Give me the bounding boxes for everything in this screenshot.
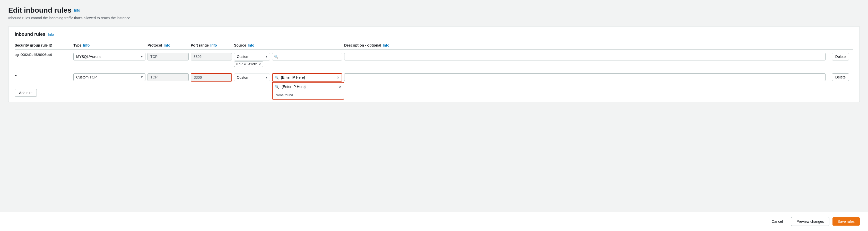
ip-tag-chip-1: 8.17.90.41/32 ✕: [234, 62, 264, 67]
source-search-input-2[interactable]: [273, 74, 342, 81]
save-rules-button[interactable]: Save rules: [833, 218, 860, 226]
type-cell-1: MYSQL/Aurora ▼: [73, 53, 146, 61]
source-type-select-1[interactable]: Custom: [234, 53, 270, 61]
source-type-select-2[interactable]: Custom: [234, 73, 270, 81]
dropdown-clear-icon-2[interactable]: ✕: [339, 85, 342, 89]
page-info-link[interactable]: Info: [74, 8, 80, 12]
rule-id-cell-2: –: [15, 73, 71, 77]
type-select-wrapper-1: MYSQL/Aurora ▼: [73, 53, 146, 61]
rule-id-cell: sgr-0082d2e4528905ed9: [15, 53, 71, 57]
protocol-cell-2: [148, 73, 189, 81]
type-info-link[interactable]: Info: [83, 43, 90, 47]
source-info-link[interactable]: Info: [248, 43, 254, 47]
source-cell-2: Custom ▼ 🔍 ✕: [234, 73, 342, 81]
col-description: Description - optional Info: [344, 43, 826, 47]
row2-source-area: 🔍 ✕ 🔍 ✕ None fo: [272, 73, 342, 81]
col-actions: [828, 43, 853, 47]
cancel-button[interactable]: Cancel: [767, 218, 788, 226]
rule-id-value-2: –: [15, 73, 17, 77]
port-input-1: [191, 53, 232, 61]
source-row-2: Custom ▼ 🔍 ✕: [234, 73, 342, 81]
col-source: Source Info: [234, 43, 342, 47]
protocol-info-link[interactable]: Info: [164, 43, 170, 47]
desc-cell-1: [344, 53, 826, 61]
source-cell-1: Custom ▼ 🔍 8.17.90.41/32 ✕: [234, 53, 342, 67]
source-search-input-1[interactable]: [272, 53, 342, 61]
bottom-bar: Cancel Preview changes Save rules: [0, 212, 868, 231]
action-cell-1: Delete: [828, 53, 853, 61]
table-row: sgr-0082d2e4528905ed9 MYSQL/Aurora ▼: [15, 50, 853, 70]
dropdown-search-input-2[interactable]: [281, 84, 337, 89]
table-row: – Custom TCP ▼: [15, 70, 853, 85]
col-rule-id: Security group rule ID: [15, 43, 71, 47]
source-dropdown-2: 🔍 ✕ None found: [272, 82, 344, 100]
page-subtitle: Inbound rules control the incoming traff…: [8, 16, 860, 20]
desc-info-link[interactable]: Info: [383, 43, 390, 47]
source-container-2: Custom ▼ 🔍 ✕: [234, 73, 342, 81]
col-type: Type Info: [73, 43, 146, 47]
source-search-wrapper-1: 🔍: [272, 53, 342, 61]
card-info-link[interactable]: Info: [48, 32, 54, 36]
delete-button-2[interactable]: Delete: [832, 73, 849, 81]
type-select-2[interactable]: Custom TCP: [73, 73, 146, 81]
desc-cell-2: [344, 73, 826, 81]
table-header: Security group rule ID Type Info Protoco…: [15, 41, 853, 50]
source-search-wrapper-2: 🔍 ✕: [272, 73, 342, 81]
search-icon-1: 🔍: [274, 55, 278, 59]
action-cell-2: Delete: [828, 73, 853, 81]
port-input-2[interactable]: [191, 73, 232, 81]
dropdown-none-found: None found: [273, 91, 344, 99]
dropdown-search-row-2: 🔍 ✕: [273, 82, 344, 91]
type-select-1[interactable]: MYSQL/Aurora: [73, 53, 146, 61]
protocol-input-1: [148, 53, 189, 61]
source-tags-1: 8.17.90.41/32 ✕: [234, 62, 342, 67]
port-info-link[interactable]: Info: [210, 43, 217, 47]
dropdown-search-icon-2: 🔍: [275, 85, 279, 89]
col-protocol: Protocol Info: [148, 43, 189, 47]
col-port-range: Port range Info: [191, 43, 232, 47]
inbound-rules-card: Inbound rules Info Security group rule I…: [8, 26, 860, 102]
protocol-input-2: [148, 73, 189, 81]
rule-id-value: sgr-0082d2e4528905ed9: [15, 53, 52, 57]
source-select-wrapper-1: Custom ▼: [234, 53, 270, 61]
preview-changes-button[interactable]: Preview changes: [791, 217, 829, 226]
card-title: Inbound rules: [15, 32, 45, 37]
search-clear-icon-2[interactable]: ✕: [337, 76, 340, 79]
add-rule-button[interactable]: Add rule: [15, 89, 37, 97]
delete-button-1[interactable]: Delete: [832, 53, 849, 61]
page-title: Edit inbound rules: [8, 6, 71, 14]
type-cell-2: Custom TCP ▼: [73, 73, 146, 81]
remove-tag-icon-1[interactable]: ✕: [258, 63, 261, 66]
search-icon-2: 🔍: [275, 76, 279, 79]
source-row-1: Custom ▼ 🔍: [234, 53, 342, 61]
type-select-wrapper-2: Custom TCP ▼: [73, 73, 146, 81]
protocol-cell-1: [148, 53, 189, 61]
desc-input-1[interactable]: [344, 53, 826, 61]
source-container-1: Custom ▼ 🔍 8.17.90.41/32 ✕: [234, 53, 342, 67]
port-cell-1: [191, 53, 232, 61]
desc-input-2[interactable]: [344, 73, 826, 81]
port-cell-2: [191, 73, 232, 81]
card-title-row: Inbound rules Info: [15, 32, 853, 37]
source-select-wrapper-2: Custom ▼: [234, 73, 270, 81]
page-title-row: Edit inbound rules Info: [8, 6, 860, 14]
